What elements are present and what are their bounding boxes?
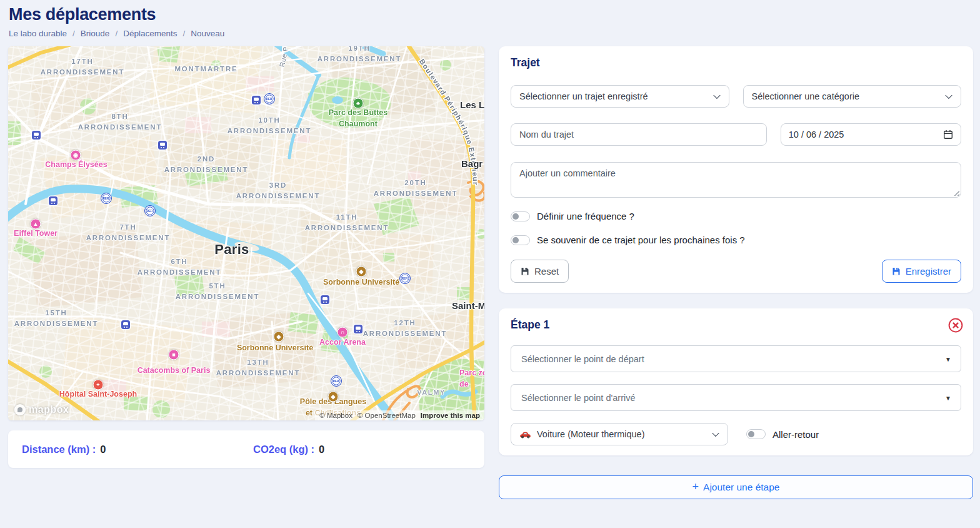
map-attribution: © Mapbox © OpenStreetMap Improve this ma… xyxy=(315,410,484,420)
distance-value: 0 xyxy=(100,444,106,455)
distance-stat: Distance (km) : 0 xyxy=(22,444,106,455)
breadcrumb-item-labo[interactable]: Le labo durable xyxy=(9,29,67,38)
breadcrumb-item-deplacements[interactable]: Déplacements xyxy=(123,29,177,38)
chevron-down-icon xyxy=(712,430,719,437)
breadcrumb-item-brioude[interactable]: Brioude xyxy=(81,29,110,38)
map-canvas[interactable]: Boulevard Périphérique Extérieur 17THARR… xyxy=(8,46,484,420)
co2-stat: CO2eq (kg) : 0 xyxy=(253,444,324,455)
save-button[interactable]: Enregistrer xyxy=(882,260,961,283)
mapbox-attribution-link[interactable]: © Mapbox xyxy=(319,412,352,419)
car-icon xyxy=(519,430,531,439)
map-base-layer: Boulevard Périphérique Extérieur xyxy=(8,46,484,420)
frequency-toggle-label: Définir une fréquence ? xyxy=(537,211,634,221)
caret-down-icon: ▼ xyxy=(945,394,951,401)
mapbox-logo[interactable]: mapbox xyxy=(14,404,69,415)
breadcrumb-item-nouveau: Nouveau xyxy=(191,29,224,38)
remember-trip-toggle[interactable] xyxy=(511,235,530,245)
chevron-down-icon xyxy=(713,92,720,99)
page-title: Mes déplacements xyxy=(9,5,980,24)
frequency-toggle[interactable] xyxy=(511,211,530,221)
improve-map-link[interactable]: Improve this map xyxy=(421,412,480,419)
co2-label: CO2eq (kg) : xyxy=(253,444,314,455)
distance-label: Distance (km) : xyxy=(22,444,96,455)
trip-name-input[interactable] xyxy=(511,123,767,146)
saved-trip-select[interactable]: Sélectionner un trajet enregistré xyxy=(511,85,729,108)
chevron-down-icon xyxy=(945,92,952,99)
arrival-select[interactable]: Sélectionner le point d'arrivé ▼ xyxy=(511,384,961,411)
category-select[interactable]: Sélectionner une catégorie xyxy=(743,85,962,108)
plus-icon: + xyxy=(692,480,699,494)
breadcrumb: Le labo durable/ Brioude/ Déplacements/ … xyxy=(9,29,980,38)
trip-form-title: Trajet xyxy=(511,56,961,69)
caret-down-icon: ▼ xyxy=(945,355,951,362)
transport-mode-select[interactable]: Voiture (Moteur thermique) xyxy=(511,423,728,445)
trip-date-input[interactable]: 10 / 06 / 2025 xyxy=(781,123,961,146)
comment-textarea[interactable] xyxy=(511,162,961,198)
departure-select[interactable]: Sélectionner le point de départ ▼ xyxy=(511,345,961,372)
trip-form-card: Trajet Sélectionner un trajet enregistré… xyxy=(499,46,973,293)
step-card: Étape 1 Sélectionner le point de départ … xyxy=(499,308,973,455)
floppy-save-icon xyxy=(521,267,529,276)
trip-stats-bar: Distance (km) : 0 CO2eq (kg) : 0 xyxy=(8,430,484,468)
calendar-icon[interactable] xyxy=(943,129,953,140)
osm-attribution-link[interactable]: © OpenStreetMap xyxy=(358,412,416,419)
add-step-button[interactable]: + Ajouter une étape xyxy=(499,475,973,499)
remember-trip-toggle-label: Se souvenir de ce trajet pour les procha… xyxy=(537,235,745,245)
roundtrip-toggle[interactable] xyxy=(746,429,766,439)
step-title: Étape 1 xyxy=(511,318,549,332)
remove-step-icon[interactable] xyxy=(948,317,964,333)
co2-value: 0 xyxy=(319,444,324,455)
floppy-save-icon xyxy=(892,267,901,276)
reset-button[interactable]: Reset xyxy=(511,260,569,283)
mapbox-logo-icon xyxy=(14,404,26,415)
page-header: Mes déplacements Le labo durable/ Brioud… xyxy=(0,0,980,38)
roundtrip-toggle-label: Aller-retour xyxy=(772,429,819,440)
